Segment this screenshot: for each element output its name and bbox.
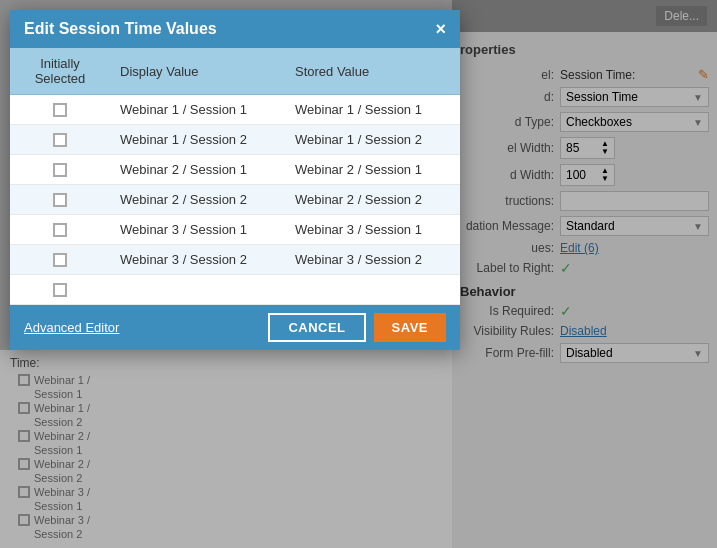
modal-title: Edit Session Time Values (24, 20, 217, 38)
stored-value-cell: Webinar 1 / Session 1 (285, 95, 460, 125)
table-row: Webinar 2 / Session 2Webinar 2 / Session… (10, 185, 460, 215)
table-row: Webinar 3 / Session 2Webinar 3 / Session… (10, 245, 460, 275)
table-header-row: Initially Selected Display Value Stored … (10, 48, 460, 95)
checkbox[interactable] (53, 223, 67, 237)
stored-value-cell: Webinar 3 / Session 1 (285, 215, 460, 245)
edit-session-modal: Edit Session Time Values × Initially Sel… (10, 10, 460, 350)
display-value-cell: Webinar 3 / Session 1 (110, 215, 285, 245)
initially-selected-cell (10, 185, 110, 215)
table-empty-row (10, 275, 460, 305)
stored-value-cell: Webinar 2 / Session 2 (285, 185, 460, 215)
initially-selected-cell (10, 155, 110, 185)
col-initially-selected: Initially Selected (10, 48, 110, 95)
col-display-value: Display Value (110, 48, 285, 95)
table-row: Webinar 1 / Session 2Webinar 1 / Session… (10, 125, 460, 155)
display-value-cell: Webinar 2 / Session 2 (110, 185, 285, 215)
checkbox[interactable] (53, 253, 67, 267)
cancel-button[interactable]: CANCEL (268, 313, 365, 342)
modal-header: Edit Session Time Values × (10, 10, 460, 48)
display-value-cell: Webinar 3 / Session 2 (110, 245, 285, 275)
checkbox[interactable] (53, 103, 67, 117)
stored-value-cell: Webinar 2 / Session 1 (285, 155, 460, 185)
checkbox[interactable] (53, 163, 67, 177)
initially-selected-cell (10, 245, 110, 275)
save-button[interactable]: SAVE (374, 313, 446, 342)
checkbox[interactable] (53, 193, 67, 207)
display-value-cell: Webinar 1 / Session 2 (110, 125, 285, 155)
initially-selected-cell (10, 95, 110, 125)
stored-value-cell: Webinar 3 / Session 2 (285, 245, 460, 275)
col-stored-value: Stored Value (285, 48, 460, 95)
initially-selected-cell (10, 215, 110, 245)
footer-buttons: CANCEL SAVE (268, 313, 446, 342)
stored-value-cell: Webinar 1 / Session 2 (285, 125, 460, 155)
display-value-cell: Webinar 2 / Session 1 (110, 155, 285, 185)
modal-footer: Advanced Editor CANCEL SAVE (10, 305, 460, 350)
values-table: Initially Selected Display Value Stored … (10, 48, 460, 305)
display-value-cell: Webinar 1 / Session 1 (110, 95, 285, 125)
table-row: Webinar 3 / Session 1Webinar 3 / Session… (10, 215, 460, 245)
table-row: Webinar 2 / Session 1Webinar 2 / Session… (10, 155, 460, 185)
table-row: Webinar 1 / Session 1Webinar 1 / Session… (10, 95, 460, 125)
advanced-editor-link[interactable]: Advanced Editor (24, 320, 119, 335)
initially-selected-cell (10, 125, 110, 155)
checkbox[interactable] (53, 283, 67, 297)
checkbox[interactable] (53, 133, 67, 147)
close-button[interactable]: × (435, 20, 446, 38)
